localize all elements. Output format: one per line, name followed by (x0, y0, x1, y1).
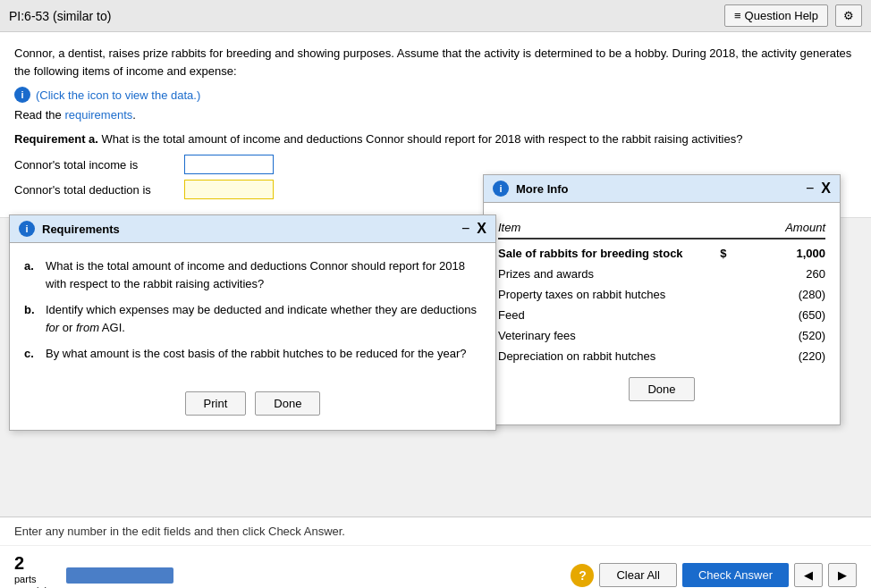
requirements-dialog-title: Requirements (42, 223, 120, 236)
table-header: Item Amount (498, 217, 825, 239)
item-cell: Prizes and awards (498, 264, 720, 284)
more-info-dialog: i More Info − X Item Amount Sale of rabb… (483, 174, 841, 425)
dollar-cell: $ (720, 243, 730, 264)
table-row: Depreciation on rabbit hutches (220) (498, 346, 825, 366)
dollar-cell (720, 264, 730, 284)
requirements-dialog-controls: − X (461, 221, 486, 237)
app-header: PI:6-53 (similar to) ≡ Question Help ⚙ (0, 0, 871, 32)
table-row: Sale of rabbits for breeding stock $ 1,0… (498, 243, 825, 264)
header-right: ≡ Question Help ⚙ (724, 4, 862, 27)
requirements-dialog-header-left: i Requirements (19, 221, 120, 237)
requirements-link[interactable]: requirements (64, 108, 132, 122)
income-input[interactable] (184, 155, 274, 174)
more-info-done-button[interactable]: Done (629, 377, 694, 401)
more-info-dialog-controls: − X (806, 181, 831, 197)
prev-button[interactable]: ◀ (794, 563, 823, 587)
more-info-dialog-body: Item Amount Sale of rabbits for breeding… (484, 203, 840, 424)
dollar-cell (720, 346, 730, 366)
click-icon-link[interactable]: (Click the icon to view the data.) (36, 88, 200, 102)
clear-all-button[interactable]: Clear All (599, 563, 676, 587)
bottom-controls: 2 parts remaining ? Clear All Check Answ… (0, 546, 871, 588)
requirements-dialog: i Requirements − X a. What is the total … (9, 214, 496, 431)
progress-bar (66, 567, 173, 584)
table-row: Feed (650) (498, 305, 825, 325)
info-icon-row: i (Click the icon to view the data.) (14, 87, 857, 103)
list-item: b. Identify which expenses may be deduct… (24, 301, 481, 336)
deduction-input[interactable] (184, 180, 274, 199)
settings-button[interactable]: ⚙ (835, 4, 862, 27)
table-row: Veterinary fees (520) (498, 325, 825, 346)
more-info-minimize-button[interactable]: − (806, 181, 814, 196)
amount-cell: (280) (731, 284, 825, 305)
item-cell: Depreciation on rabbit hutches (498, 346, 720, 366)
gear-icon: ⚙ (843, 9, 854, 22)
page-title: PI:6-53 (similar to) (9, 9, 111, 23)
more-info-icon: i (493, 181, 509, 197)
list-item: c. By what amount is the cost basis of t… (24, 345, 481, 363)
info-icon-data[interactable]: i (14, 87, 30, 103)
more-info-footer: Done (498, 366, 825, 410)
requirements-list: a. What is the total amount of income an… (24, 257, 481, 363)
requirements-close-button[interactable]: X (477, 221, 486, 237)
requirements-done-button[interactable]: Done (255, 391, 320, 416)
question-help-button[interactable]: ≡ Question Help (724, 4, 828, 27)
requirements-dialog-body: a. What is the total amount of income an… (10, 243, 495, 391)
table-row: Property taxes on rabbit hutches (280) (498, 284, 825, 305)
requirements-info-icon: i (19, 221, 35, 237)
item-cell: Feed (498, 305, 720, 325)
requirements-dialog-header: i Requirements − X (10, 215, 495, 243)
more-info-table: Sale of rabbits for breeding stock $ 1,0… (498, 243, 825, 366)
next-button[interactable]: ▶ (828, 563, 857, 587)
col-amount-header: Amount (785, 221, 825, 234)
parts-count: 2 (14, 553, 24, 573)
more-info-close-button[interactable]: X (821, 181, 831, 197)
amount-cell: 1,000 (731, 243, 825, 264)
amount-cell: (520) (731, 325, 825, 346)
dollar-cell (720, 325, 730, 346)
check-answer-button[interactable]: Check Answer (682, 563, 789, 587)
dollar-cell (720, 284, 730, 305)
requirements-minimize-button[interactable]: − (461, 222, 469, 236)
bottom-buttons: ? Clear All Check Answer ◀ ▶ (571, 563, 857, 587)
item-cell: Sale of rabbits for breeding stock (498, 243, 720, 264)
requirements-print-button[interactable]: Print (185, 391, 247, 416)
more-info-dialog-header-left: i More Info (493, 181, 569, 197)
amount-cell: (650) (731, 305, 825, 325)
col-item-header: Item (498, 221, 520, 234)
amount-cell: (220) (731, 346, 825, 366)
item-cell: Property taxes on rabbit hutches (498, 284, 720, 305)
requirements-dialog-footer: Print Done (10, 391, 495, 430)
more-info-dialog-title: More Info (516, 182, 569, 196)
intro-text: Connor, a dentist, raises prize rabbits … (14, 45, 857, 80)
deduction-label: Connor's total deduction is (14, 183, 175, 197)
read-requirements-row: Read the requirements. (14, 108, 857, 122)
bottom-bar: Enter any number in the edit fields and … (0, 517, 871, 588)
income-row: Connor's total income is (14, 155, 857, 174)
table-row: Prizes and awards 260 (498, 264, 825, 284)
more-info-dialog-header: i More Info − X (484, 175, 840, 203)
amount-cell: 260 (731, 264, 825, 284)
parts-count-label: 2 parts remaining (14, 553, 57, 588)
item-cell: Veterinary fees (498, 325, 720, 346)
list-item: a. What is the total amount of income an… (24, 257, 481, 292)
parts-label: parts (14, 574, 57, 585)
dollar-cell (720, 305, 730, 325)
help-circle-button[interactable]: ? (571, 564, 594, 587)
list-icon: ≡ (734, 9, 741, 22)
bottom-hint: Enter any number in the edit fields and … (0, 517, 871, 546)
parts-info: 2 parts remaining (14, 553, 173, 588)
income-label: Connor's total income is (14, 158, 175, 172)
requirement-a-title: Requirement a. What is the total amount … (14, 132, 857, 146)
